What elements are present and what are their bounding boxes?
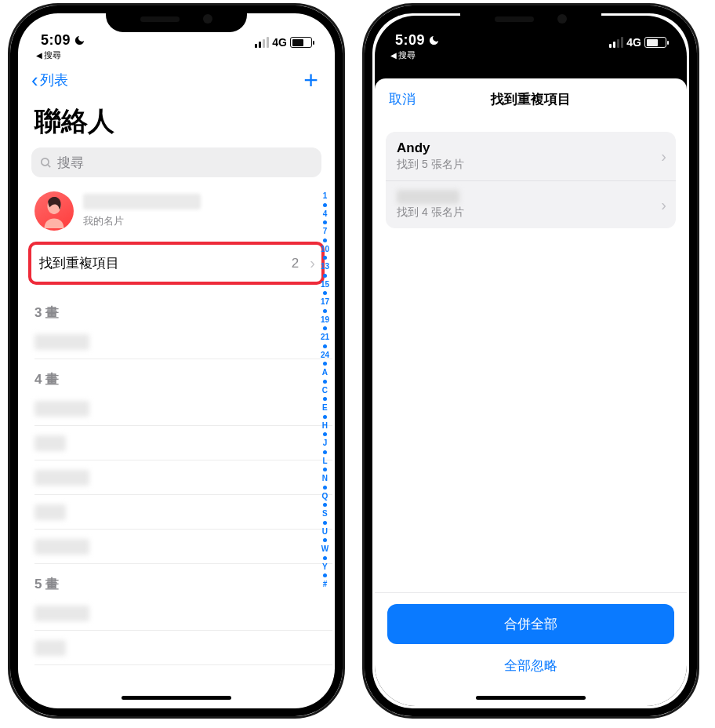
home-indicator[interactable] <box>476 696 586 700</box>
index-dot <box>323 415 327 419</box>
contact-row[interactable] <box>34 495 332 530</box>
network-label: 4G <box>272 36 287 49</box>
search-icon <box>39 156 53 169</box>
screen-right: 5:09 4G ◀ 搜尋 取消 找到重複項目 Andy找到 5 張名片›找到 4… <box>375 16 687 706</box>
breadcrumb-back[interactable]: ◀ 搜尋 <box>20 49 332 64</box>
duplicate-name: Andy <box>397 140 464 156</box>
chevron-left-icon: ‹ <box>31 70 38 90</box>
duplicates-label: 找到重複項目 <box>39 254 285 272</box>
dnd-moon-icon <box>74 35 85 46</box>
index-dot <box>323 238 327 242</box>
ignore-all-button[interactable]: 全部忽略 <box>387 644 674 675</box>
index-entry[interactable]: 1 <box>323 190 328 202</box>
cancel-button[interactable]: 取消 <box>389 90 416 108</box>
side-vol-up <box>362 170 365 219</box>
contact-name-redacted <box>34 334 89 350</box>
modal-sheet: 取消 找到重複項目 Andy找到 5 張名片›找到 4 張名片› 合併全部 全部… <box>375 78 687 706</box>
section-index[interactable]: 14710131517192124ACEHJLNQSUWY# <box>321 190 329 591</box>
index-entry[interactable]: W <box>321 543 328 555</box>
contact-name-redacted <box>34 606 89 621</box>
index-entry[interactable]: 15 <box>321 278 329 291</box>
my-card-text: 我的名片 <box>83 194 201 228</box>
merge-all-button[interactable]: 合併全部 <box>387 604 674 644</box>
battery-icon <box>290 37 312 48</box>
add-contact-button[interactable]: + <box>303 67 318 93</box>
duplicate-sublabel: 找到 4 張名片 <box>397 206 464 220</box>
index-dot <box>323 203 327 207</box>
index-entry[interactable]: 10 <box>321 243 329 256</box>
search-input[interactable]: 搜尋 <box>31 147 321 177</box>
side-vol-up <box>8 170 10 219</box>
index-entry[interactable]: 4 <box>323 208 328 220</box>
page-title: 聯絡人 <box>20 93 332 147</box>
index-entry[interactable]: Q <box>322 490 328 503</box>
contact-name-redacted <box>34 539 89 555</box>
index-dot <box>323 538 327 542</box>
network-label: 4G <box>626 36 641 49</box>
duplicates-found-row[interactable]: 找到重複項目 2 › <box>28 242 325 285</box>
index-dot <box>323 397 327 401</box>
my-card-row[interactable]: 我的名片 <box>20 184 332 238</box>
index-entry[interactable]: L <box>322 455 327 468</box>
contact-row[interactable] <box>34 426 332 460</box>
index-entry[interactable]: 13 <box>321 260 329 273</box>
contact-name-redacted <box>34 640 66 656</box>
index-dot <box>323 521 327 525</box>
contact-row[interactable] <box>34 460 332 495</box>
index-entry[interactable]: 7 <box>323 225 328 238</box>
contact-name-redacted <box>34 470 89 486</box>
section-header: 4 畫 <box>20 359 332 391</box>
phone-right: 5:09 4G ◀ 搜尋 取消 找到重複項目 Andy找到 5 張名片›找到 4… <box>362 3 699 719</box>
duplicates-count: 2 <box>292 256 299 271</box>
side-power <box>343 187 345 266</box>
chevron-right-icon: › <box>661 147 666 166</box>
index-dot <box>323 274 327 278</box>
index-entry[interactable]: E <box>322 402 328 414</box>
index-dot <box>323 344 327 348</box>
contact-row[interactable] <box>34 530 332 564</box>
home-indicator[interactable] <box>122 696 231 700</box>
signal-icon <box>609 37 623 48</box>
sheet-body: Andy找到 5 張名片›找到 4 張名片› <box>375 119 687 592</box>
index-entry[interactable]: 19 <box>321 314 329 326</box>
index-dot <box>323 573 327 577</box>
index-entry[interactable]: C <box>322 384 328 397</box>
side-power <box>697 187 699 266</box>
index-entry[interactable]: A <box>322 366 328 379</box>
sheet-header: 取消 找到重複項目 <box>375 78 687 119</box>
breadcrumb-back[interactable]: ◀ 搜尋 <box>375 49 687 64</box>
index-entry[interactable]: J <box>323 437 328 450</box>
chevron-right-icon: › <box>661 196 666 214</box>
index-entry[interactable]: Y <box>322 561 328 573</box>
section-header: 5 畫 <box>20 564 332 596</box>
index-entry[interactable]: 17 <box>321 296 329 308</box>
chevron-right-icon: › <box>310 254 315 272</box>
contact-row[interactable] <box>34 391 332 426</box>
index-dot <box>323 450 327 454</box>
phone-left: 5:09 4G ◀ 搜尋 ‹ 列表 + 聯絡人 搜尋 <box>8 3 345 719</box>
index-entry[interactable]: H <box>322 420 328 432</box>
back-caret-icon: ◀ <box>390 51 397 60</box>
index-dot <box>323 309 327 313</box>
status-time: 5:09 <box>41 32 71 49</box>
breadcrumb-label: 搜尋 <box>398 49 416 61</box>
index-entry[interactable]: 21 <box>321 331 329 344</box>
contact-name-redacted <box>34 504 66 520</box>
contact-row[interactable] <box>34 325 332 359</box>
contact-row[interactable] <box>34 596 332 631</box>
index-entry[interactable]: U <box>322 526 328 538</box>
duplicate-item-row[interactable]: 找到 4 張名片› <box>386 180 676 228</box>
status-time: 5:09 <box>395 32 425 49</box>
index-entry[interactable]: S <box>322 508 328 520</box>
index-dot <box>323 432 327 436</box>
side-mute <box>8 123 10 150</box>
side-vol-down <box>362 231 365 280</box>
index-entry[interactable]: N <box>322 472 328 485</box>
index-entry[interactable]: # <box>323 578 328 591</box>
contact-row[interactable] <box>34 631 332 665</box>
index-entry[interactable]: 24 <box>321 349 329 362</box>
my-card-sublabel: 我的名片 <box>83 214 201 228</box>
contact-name-redacted <box>34 435 66 451</box>
duplicate-item-row[interactable]: Andy找到 5 張名片› <box>386 132 676 180</box>
back-button[interactable]: ‹ 列表 <box>31 70 68 90</box>
